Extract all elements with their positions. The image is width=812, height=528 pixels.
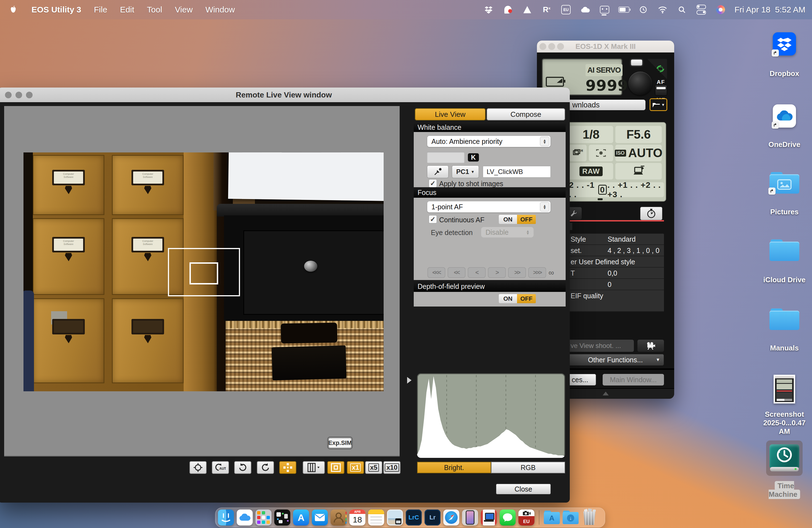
pc-preset-button[interactable]: PC1▼ <box>452 165 479 178</box>
camera-window-titlebar[interactable]: EOS-1D X Mark III <box>537 41 674 53</box>
apple-menu-icon[interactable] <box>8 4 19 15</box>
toolbar-af-points-button[interactable] <box>279 461 296 474</box>
desktop-icon-onedrive[interactable] <box>758 104 811 128</box>
info-row[interactable]: StyleStandard <box>567 234 664 245</box>
main-window-button[interactable]: Main Window... <box>603 374 664 385</box>
focus-nudge-near-1[interactable]: << <box>448 267 465 278</box>
desktop-icon-manuals[interactable] <box>758 308 811 330</box>
dock-capture-app[interactable] <box>481 510 497 526</box>
info-row[interactable]: 0 <box>567 279 664 290</box>
continuous-af-toggle[interactable]: ON OFF <box>499 215 536 224</box>
menu-app-name[interactable]: EOS Utility 3 <box>31 5 81 14</box>
aperture-value[interactable]: F5.6 <box>615 126 662 143</box>
metering-mode-icon[interactable] <box>589 145 613 161</box>
desktop-icon-dropbox[interactable] <box>758 32 811 56</box>
dock-icloud[interactable] <box>237 510 253 526</box>
triangle-app-icon[interactable] <box>522 4 533 15</box>
close-window-button[interactable] <box>539 43 546 50</box>
dock-calendar[interactable]: APR18 <box>349 510 365 526</box>
toolbar-split-view-button[interactable] <box>303 461 325 474</box>
minimize-window-button[interactable] <box>15 92 22 98</box>
toolbar-zoom-x5-button[interactable]: x5 <box>365 461 382 474</box>
time-machine-clock-icon[interactable] <box>638 4 649 15</box>
menu-window[interactable]: Window <box>205 5 235 14</box>
focus-nudge-far-0[interactable]: > <box>488 267 506 278</box>
toolbar-zoom-x1-button[interactable]: x1 <box>347 461 364 474</box>
menu-edit[interactable]: Edit <box>120 5 134 14</box>
live-view-image[interactable]: ComputerSoftwareComputerSoftwareComputer… <box>24 152 383 391</box>
af-frame-inner[interactable] <box>189 262 218 284</box>
shutter-speed-value[interactable]: 1/8 <box>569 126 613 143</box>
histogram-brightness-button[interactable]: Bright. <box>417 462 491 473</box>
quick-control-dial[interactable] <box>628 72 652 95</box>
info-row[interactable]: set.4 , 2 , 3 , 1 , 0 , 0 <box>567 245 664 256</box>
info-row[interactable]: er User Defined style <box>567 256 664 268</box>
rotate-camera-icon[interactable] <box>647 59 667 79</box>
dock-window-manager[interactable] <box>274 510 290 526</box>
desktop-icon-pictures[interactable] <box>758 172 811 194</box>
rainbow-circle-icon[interactable] <box>715 4 726 15</box>
dock-finder[interactable] <box>218 510 234 526</box>
destination-folder-field[interactable]: wnloads <box>558 100 646 110</box>
close-button[interactable]: Close <box>496 484 551 494</box>
dock-eos-utility[interactable]: EU <box>518 510 534 526</box>
dock-launchpad[interactable] <box>256 510 272 526</box>
translator-icon[interactable]: Rx <box>541 4 552 15</box>
focus-nudge-near-2[interactable]: < <box>468 267 485 278</box>
toolbar-rotate-cw-button[interactable] <box>257 461 274 474</box>
dropbox-icon[interactable] <box>483 4 494 15</box>
image-quality-value[interactable]: RAW <box>569 163 613 179</box>
toolbar-zoom-x10-button[interactable]: x10 <box>383 461 401 474</box>
red-dot-app-icon[interactable] <box>503 4 513 15</box>
infinity-focus-label[interactable]: ∞ <box>549 268 554 277</box>
minimize-window-button[interactable] <box>548 43 555 50</box>
display-icon[interactable] <box>599 4 610 15</box>
live-view-titlebar[interactable]: Remote Live View window <box>0 88 570 102</box>
toolbar-af-target-button[interactable] <box>189 461 207 474</box>
dock-lightroom-classic[interactable]: LrC <box>406 510 422 526</box>
desktop-icon-icloud-drive[interactable] <box>758 239 811 261</box>
live-view-canvas[interactable]: ComputerSoftwareComputerSoftwareComputer… <box>4 106 400 456</box>
desktop-icon-screenshot[interactable] <box>758 375 811 404</box>
menu-clock[interactable]: Fri Apr 18 5:52 AM <box>735 5 806 14</box>
dof-toggle[interactable]: ON OFF <box>499 294 536 303</box>
focus-nudge-near-0[interactable]: <<< <box>427 267 445 278</box>
histogram-rgb-button[interactable]: RGB <box>491 462 565 473</box>
drive-mode-icon[interactable]: H <box>569 145 586 161</box>
white-balance-select[interactable]: Auto: Ambience priority ▲▼ <box>427 136 551 147</box>
toolbar-rotate-auto-button[interactable]: AUTO <box>212 461 229 474</box>
dock-messages[interactable] <box>499 510 516 526</box>
zoom-window-button[interactable] <box>26 92 33 98</box>
spotlight-search-icon[interactable] <box>677 4 687 15</box>
dock-applications-folder[interactable]: A <box>544 510 560 526</box>
battery-icon[interactable] <box>619 4 629 15</box>
dock-trash[interactable] <box>581 510 597 526</box>
control-center-icon[interactable] <box>696 4 707 15</box>
timer-button[interactable] <box>640 207 662 220</box>
af-mf-switch[interactable] <box>655 85 667 96</box>
wifi-icon[interactable] <box>657 4 668 15</box>
dock-app-store[interactable]: A <box>293 510 309 526</box>
info-row[interactable]: EIF quality <box>567 290 664 312</box>
dock-photo-ink[interactable] <box>387 510 403 526</box>
focus-nudge-far-1[interactable]: >> <box>508 267 526 278</box>
download-to-computer-icon[interactable] <box>615 163 662 179</box>
tab-live-view[interactable]: Live View <box>415 108 485 120</box>
desktop-icon-time-machine[interactable] <box>758 440 811 476</box>
destination-folder-button[interactable]: ▼ <box>650 98 667 111</box>
tab-compose[interactable]: Compose <box>487 108 565 120</box>
wb-name-field[interactable]: LV_ClickWB <box>483 166 551 178</box>
dock-contacts[interactable] <box>331 510 347 526</box>
menu-file[interactable]: File <box>94 5 107 14</box>
close-window-button[interactable] <box>5 92 12 98</box>
dock-mail[interactable] <box>312 510 328 526</box>
panel-disclosure-icon[interactable] <box>407 377 411 384</box>
continuous-af-checkbox[interactable]: ✓ <box>429 215 437 223</box>
kelvin-input[interactable] <box>427 152 465 163</box>
dock-notes[interactable] <box>368 510 384 526</box>
toolbar-zoom-frame-button[interactable] <box>327 461 344 474</box>
info-row[interactable]: T0,0 <box>567 268 664 279</box>
exposure-compensation-scale[interactable]: 2 . . -1 . .0. . +1 . . +2 . . +3 . <box>569 182 664 197</box>
cloud-icon[interactable] <box>580 4 591 15</box>
live-view-shoot-button[interactable]: ve View shoot. ... <box>567 340 634 352</box>
